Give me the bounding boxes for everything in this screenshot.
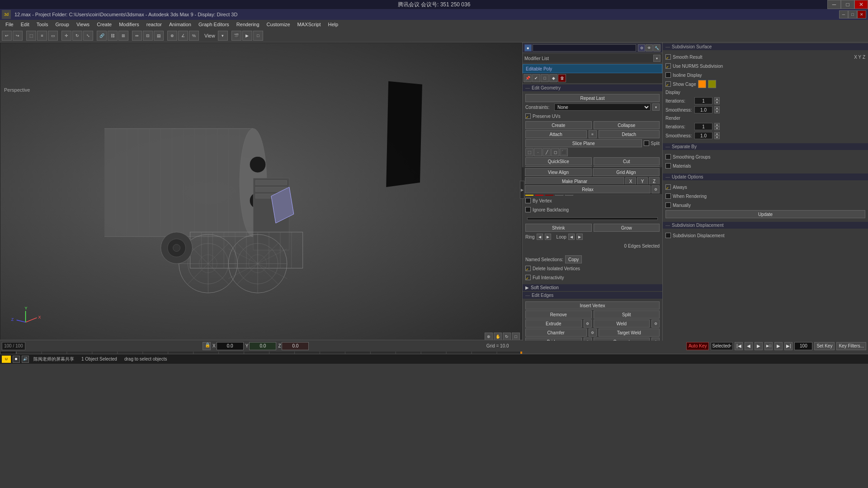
relax-button[interactable]: Relax xyxy=(525,185,651,193)
subdivision-displacement-check[interactable] xyxy=(665,233,671,238)
shrink-button[interactable]: Shrink xyxy=(525,224,592,232)
isoline-display-check[interactable] xyxy=(665,72,671,78)
main-viewport[interactable]: X Y Z Perspective ⊕ ✋ ↻ □ xyxy=(0,42,522,343)
selected-dropdown[interactable]: ▾ xyxy=(730,344,731,348)
grid-align-button[interactable]: Grid Align xyxy=(593,168,660,176)
full-interactivity-check[interactable] xyxy=(525,275,531,280)
when-rendering-check[interactable] xyxy=(665,193,671,199)
x-input[interactable] xyxy=(217,342,244,350)
ignore-backfacing-check[interactable] xyxy=(525,207,531,212)
delete-isolated-check[interactable] xyxy=(525,266,531,271)
object-name-input[interactable]: Cylinder03 xyxy=(533,44,636,52)
modifier-panel-icon[interactable]: ⚙ xyxy=(638,44,645,52)
render-iterations-input[interactable] xyxy=(694,123,712,130)
move-button[interactable]: ✛ xyxy=(61,31,71,41)
cage-color-swatch2[interactable] xyxy=(708,80,716,88)
ring-prev-button[interactable]: ◀ xyxy=(537,234,543,240)
menu-rendering[interactable]: Rendering xyxy=(233,21,263,28)
editable-poly-modifier[interactable]: Editable Poly xyxy=(523,64,662,73)
collapse-button[interactable]: Collapse xyxy=(594,121,660,129)
menu-customize[interactable]: Customize xyxy=(263,21,294,28)
smooth-result-check[interactable] xyxy=(665,54,671,60)
display-iterations-input[interactable] xyxy=(694,97,712,104)
smooth-down[interactable]: ▼ xyxy=(714,110,720,113)
always-check[interactable] xyxy=(665,184,671,190)
connect-settings[interactable]: ⚙ xyxy=(651,338,660,341)
key-filters-button[interactable]: Key Filters... xyxy=(836,342,866,350)
select-by-name-button[interactable]: ≡ xyxy=(37,31,47,41)
menu-maxscript[interactable]: MAXScript xyxy=(294,21,325,28)
active-toggle-button[interactable]: ✔ xyxy=(532,74,540,82)
bridge-button[interactable]: Bridge xyxy=(525,338,582,341)
display-smoothness-input[interactable] xyxy=(694,106,712,113)
relax-settings[interactable]: ⚙ xyxy=(651,185,660,193)
preserve-uvs-check[interactable] xyxy=(525,113,531,119)
prev-frame-button[interactable]: ◀ xyxy=(745,342,753,350)
vp-toggle1[interactable]: ⬚ xyxy=(525,148,533,156)
render-iter-up[interactable]: ▲ xyxy=(714,123,720,127)
app-minimize-button[interactable]: ─ xyxy=(839,10,848,19)
menu-file[interactable]: File xyxy=(2,21,17,28)
weld-button[interactable]: Weld xyxy=(594,319,650,328)
object-color-swatch[interactable]: ■ xyxy=(524,44,532,52)
iter-up[interactable]: ▲ xyxy=(714,97,720,101)
menu-help[interactable]: Help xyxy=(325,21,342,28)
maximize-button[interactable]: □ xyxy=(841,0,854,9)
close-button[interactable]: ✕ xyxy=(854,0,868,9)
vp-toggle3[interactable]: ╱ xyxy=(542,148,551,156)
update-button[interactable]: Update xyxy=(665,210,865,218)
menu-edit[interactable]: Edit xyxy=(17,21,33,28)
by-vertex-check[interactable] xyxy=(525,198,531,203)
manually-check[interactable] xyxy=(665,202,671,208)
rect-select-button[interactable]: ▭ xyxy=(48,31,58,41)
render-type-button[interactable]: □ xyxy=(253,31,263,41)
remove-modifier-button[interactable]: 🗑 xyxy=(558,74,566,82)
display-panel-icon[interactable]: 👁 xyxy=(646,44,653,52)
lock-button[interactable]: 🔒 xyxy=(203,342,211,350)
align-button[interactable]: ⊟ xyxy=(143,31,153,41)
link-button[interactable]: 🔗 xyxy=(97,31,107,41)
quick-render-button[interactable]: ▶ xyxy=(242,31,252,41)
app-restore-button[interactable]: □ xyxy=(848,10,857,19)
menu-create[interactable]: Create xyxy=(93,21,115,28)
detach-button[interactable]: Detach xyxy=(599,130,660,138)
remove-button[interactable]: Remove xyxy=(525,310,592,319)
menu-group[interactable]: Group xyxy=(52,21,73,28)
use-nurms-check[interactable] xyxy=(665,63,671,69)
cage-color-swatch1[interactable] xyxy=(698,80,706,88)
prev-keyframe-button[interactable]: |◀ xyxy=(735,342,743,350)
record-icon[interactable]: ⏺ xyxy=(13,356,20,363)
auto-key-button[interactable]: Auto Key xyxy=(686,342,709,350)
iter-down[interactable]: ▼ xyxy=(714,101,720,104)
play-button[interactable]: ▶ xyxy=(755,342,763,350)
menu-views[interactable]: Views xyxy=(73,21,93,28)
attach-list-button[interactable]: ≡ xyxy=(589,130,597,138)
menu-graph-editors[interactable]: Graph Editors xyxy=(195,21,233,28)
next-keyframe-button[interactable]: ▶| xyxy=(784,342,793,350)
vp-toggle2[interactable]: · xyxy=(534,148,542,156)
minimize-button[interactable]: ─ xyxy=(827,0,841,9)
make-unique-button[interactable]: ◆ xyxy=(549,74,557,82)
constraints-dropdown[interactable]: None xyxy=(554,103,651,111)
mirror-button[interactable]: ⇔ xyxy=(132,31,142,41)
extrude-settings[interactable]: ⚙ xyxy=(584,319,592,328)
slice-plane-button[interactable]: Slice Plane xyxy=(525,139,642,147)
extrude-button[interactable]: Extrude xyxy=(525,319,582,328)
percent-snap-button[interactable]: % xyxy=(189,31,199,41)
app-close-button[interactable]: ✕ xyxy=(857,10,866,19)
create-button[interactable]: Create xyxy=(525,121,592,129)
ring-next-button[interactable]: ▶ xyxy=(545,234,551,240)
unlink-button[interactable]: ⛓ xyxy=(108,31,118,41)
loop-prev-button[interactable]: ◀ xyxy=(568,234,575,240)
view-align-button[interactable]: View Align xyxy=(525,168,592,176)
vp-toggle4[interactable]: ◻ xyxy=(551,148,559,156)
grow-button[interactable]: Grow xyxy=(594,224,660,232)
render-smoothness-input[interactable] xyxy=(694,132,712,139)
quick-slice-button[interactable]: QuickSlice xyxy=(525,157,592,165)
z-input[interactable] xyxy=(282,342,309,350)
split-edge-button[interactable]: Split xyxy=(594,310,660,319)
attach-button[interactable]: Attach xyxy=(525,130,587,138)
render-smooth-up[interactable]: ▲ xyxy=(714,132,720,136)
constraints-expand[interactable]: ▾ xyxy=(652,103,660,111)
bind-button[interactable]: ⊞ xyxy=(118,31,128,41)
